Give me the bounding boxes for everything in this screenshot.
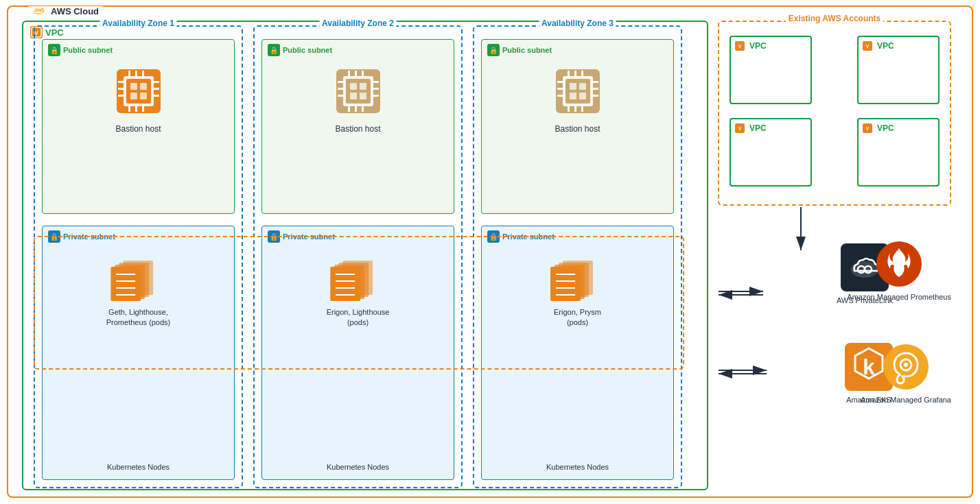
svg-rect-8 <box>118 95 124 97</box>
pods-icon-az2 <box>330 254 385 302</box>
svg-rect-59 <box>565 79 590 104</box>
svg-rect-69 <box>568 106 570 112</box>
vpc-box-label-3: VPC <box>749 123 767 133</box>
svg-rect-46 <box>360 83 366 90</box>
aws-logo-icon <box>33 7 48 16</box>
private-subnet-az3: 🔒 Private subnet <box>481 226 674 480</box>
svg-rect-62 <box>557 95 563 97</box>
svg-rect-11 <box>154 95 159 97</box>
public-badge-az3: 🔒 <box>487 44 500 56</box>
bastion-label-az3: Bastion host <box>555 124 600 134</box>
svg-text:V: V <box>738 126 742 131</box>
svg-rect-18 <box>130 83 137 90</box>
svg-rect-17 <box>142 106 144 112</box>
svg-rect-7 <box>118 88 124 90</box>
svg-rect-73 <box>579 83 586 90</box>
private-subnet-az2: 🔒 Private subnet <box>261 226 454 480</box>
vpc-box-3: V VPC <box>730 118 812 187</box>
vpc-box-2: V VPC <box>857 36 940 104</box>
svg-rect-35 <box>338 95 343 97</box>
pods-icon-az1 <box>110 254 165 302</box>
existing-accounts-label: Existing AWS Accounts <box>786 14 883 23</box>
svg-rect-48 <box>360 93 366 99</box>
private-subnet-label-az1: 🔒 Private subnet <box>48 230 115 243</box>
svg-rect-5 <box>126 79 151 104</box>
svg-rect-66 <box>568 71 570 76</box>
private-subnet-label-az2: 🔒 Private subnet <box>268 230 335 243</box>
svg-point-102 <box>904 363 908 367</box>
vpc-container: V VPC Availability Zone 1 🔒 Public subne… <box>22 21 708 490</box>
bastion-label-az1: Bastion host <box>115 124 161 134</box>
svg-rect-41 <box>362 71 364 76</box>
svg-rect-25 <box>110 267 141 301</box>
pods-label-az1: Geth, Lighthouse,Prometheus (pods) <box>106 307 171 328</box>
pods-az1: Geth, Lighthouse,Prometheus (pods) <box>106 254 171 328</box>
vpc-box-icon-2: V <box>863 41 872 51</box>
grafana-icon <box>882 343 930 391</box>
svg-rect-61 <box>557 88 563 90</box>
svg-rect-68 <box>581 71 583 76</box>
private-subnet-az1: 🔒 Private subnet <box>42 226 235 480</box>
svg-rect-16 <box>135 106 137 112</box>
vpc-box-label-1: VPC <box>749 41 767 51</box>
vpc-box-label-2: VPC <box>877 41 894 51</box>
k8s-label-az2: Kubernetes Nodes <box>327 463 389 471</box>
pods-label-az2: Erigon, Lighthouse(pods) <box>327 307 390 328</box>
availability-zone-1: Availability Zone 1 🔒 Public subnet <box>34 25 243 488</box>
svg-text:V: V <box>866 126 870 131</box>
private-badge-az1: 🔒 <box>48 230 60 243</box>
prometheus-area: Amazon Managed Prometheus <box>847 240 951 302</box>
svg-rect-44 <box>362 106 364 112</box>
svg-rect-43 <box>355 106 357 112</box>
svg-rect-40 <box>355 71 357 76</box>
svg-text:V: V <box>738 44 742 49</box>
svg-rect-45 <box>350 83 357 90</box>
vpc-box-label-4: VPC <box>877 123 894 133</box>
svg-rect-64 <box>593 88 598 90</box>
az1-label: Availability Zone 1 <box>100 19 177 28</box>
k8s-label-az1: Kubernetes Nodes <box>107 463 170 471</box>
svg-rect-20 <box>130 93 137 99</box>
public-subnet-az3: 🔒 Public subnet <box>481 39 674 214</box>
public-subnet-label-az3: 🔒 Public subnet <box>487 44 552 56</box>
svg-rect-79 <box>550 267 581 301</box>
svg-rect-10 <box>154 88 159 90</box>
svg-rect-34 <box>338 88 343 90</box>
svg-rect-15 <box>128 106 130 112</box>
svg-text:V: V <box>866 44 870 49</box>
svg-rect-42 <box>348 106 350 112</box>
svg-rect-14 <box>142 71 144 76</box>
bastion-host-az2: Bastion host <box>331 64 386 134</box>
k8s-label-az3: Kubernetes Nodes <box>546 463 609 471</box>
svg-rect-52 <box>330 267 360 301</box>
svg-rect-72 <box>570 83 576 90</box>
public-badge-az2: 🔒 <box>268 44 280 56</box>
bastion-host-az3: Bastion host <box>550 64 605 134</box>
svg-rect-65 <box>593 95 598 97</box>
svg-rect-74 <box>570 93 576 99</box>
private-badge-az3: 🔒 <box>487 230 500 243</box>
svg-rect-39 <box>348 71 350 76</box>
public-badge-az1: 🔒 <box>48 44 60 56</box>
grafana-label: Amazon Managed Grafana <box>861 395 951 405</box>
pods-label-az3: Erigon, Prysm(pods) <box>554 307 601 328</box>
svg-rect-19 <box>140 83 147 90</box>
private-subnet-label-az3: 🔒 Private subnet <box>487 230 555 243</box>
svg-rect-70 <box>574 106 576 112</box>
svg-rect-75 <box>579 93 586 99</box>
availability-zone-2: Availability Zone 2 🔒 Public subnet <box>253 25 463 488</box>
svg-rect-38 <box>373 95 379 97</box>
vpc-box-4: V VPC <box>857 118 940 187</box>
existing-accounts-container: Existing AWS Accounts V VPC V VPC <box>718 21 951 206</box>
public-subnet-az2: 🔒 Public subnet <box>261 39 454 214</box>
svg-rect-6 <box>118 81 124 83</box>
prometheus-icon <box>875 240 923 288</box>
az2-label: Availability Zone 2 <box>319 19 397 28</box>
svg-rect-21 <box>140 93 147 99</box>
availability-zone-3: Availability Zone 3 🔒 Public subnet <box>473 25 682 488</box>
vpc-box-icon-3: V <box>735 123 745 133</box>
pods-az3: Erigon, Prysm(pods) <box>550 254 605 328</box>
pods-icon-az3 <box>550 254 605 302</box>
aws-cloud-label: AWS Cloud <box>29 6 103 16</box>
public-subnet-label-az2: 🔒 Public subnet <box>268 44 332 56</box>
